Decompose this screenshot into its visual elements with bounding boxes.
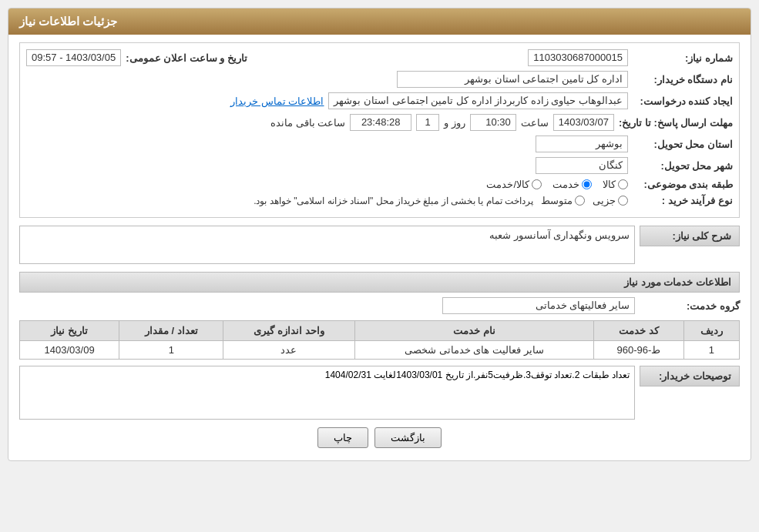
need-number-label: شماره نیاز: bbox=[633, 52, 733, 64]
row-service-group: گروه خدمت: سایر فعالیتهای خدماتی bbox=[19, 297, 740, 314]
city-value: کنگان bbox=[536, 157, 628, 174]
requester-link[interactable]: اطلاعات تماس خریدار bbox=[230, 95, 324, 107]
radio-khedmat-label: خدمت bbox=[552, 179, 579, 190]
radio-jozi-label: جزیی bbox=[593, 195, 616, 206]
service-group-label: گروه خدمت: bbox=[640, 300, 740, 312]
remaining-label: ساعت باقی مانده bbox=[270, 117, 345, 129]
purchase-type-options: جزیی متوسط پرداخت تمام یا بخشی از مبلغ خ… bbox=[254, 195, 628, 206]
radio-kala-label: کالا bbox=[603, 179, 616, 190]
services-section-title: اطلاعات خدمات مورد نیاز bbox=[19, 272, 740, 293]
radio-jozi[interactable]: جزیی bbox=[593, 195, 628, 206]
buyer-description-textarea[interactable] bbox=[19, 366, 635, 420]
radio-motavasset-input[interactable] bbox=[575, 196, 585, 206]
radio-kala-input[interactable] bbox=[618, 179, 628, 189]
print-button[interactable]: چاپ bbox=[317, 427, 368, 448]
purchase-type-label: نوع فرآیند خرید : bbox=[633, 195, 733, 206]
row-province: استان محل تحویل: بوشهر bbox=[26, 136, 733, 152]
requester-value: عبدالوهاب حیاوی زاده کاربرداز اداره کل ت… bbox=[328, 92, 628, 109]
btn-row: بازگشت چاپ bbox=[19, 427, 740, 448]
announce-date-value: 1403/03/05 - 09:57 bbox=[26, 49, 121, 66]
radio-motavasset[interactable]: متوسط bbox=[541, 195, 585, 206]
back-button[interactable]: بازگشت bbox=[374, 427, 442, 448]
radio-kala-khedmat[interactable]: کالا/خدمت bbox=[486, 179, 542, 190]
row-response-deadline: مهلت ارسال پاسخ: تا تاریخ: 1403/03/07 سا… bbox=[26, 114, 733, 131]
col-date: تاریخ نیاز bbox=[20, 321, 119, 341]
row-purchase-type: نوع فرآیند خرید : جزیی متوسط پرداخت تمام… bbox=[26, 195, 733, 206]
announce-date-label: تاریخ و ساعت اعلان عمومی: bbox=[126, 52, 247, 64]
response-clock: 23:48:28 bbox=[350, 114, 411, 131]
services-table: ردیف کد خدمت نام خدمت واحد اندازه گیری ت… bbox=[19, 320, 740, 360]
radio-khedmat[interactable]: خدمت bbox=[552, 179, 592, 190]
need-number-value: 1103030687000015 bbox=[528, 49, 628, 66]
description-value: سرویس ونگهداری آسانسور شعبه bbox=[19, 226, 635, 264]
cell-index: 1 bbox=[683, 341, 739, 360]
category-label: طبقه بندی موضوعی: bbox=[633, 179, 733, 190]
province-value: بوشهر bbox=[536, 136, 628, 152]
row-need-number: شماره نیاز: 1103030687000015 تاریخ و ساع… bbox=[26, 49, 733, 66]
response-time-label: ساعت bbox=[521, 117, 549, 129]
row-category: طبقه بندی موضوعی: کالا خدمت کالا/خدمت bbox=[26, 179, 733, 190]
city-label: شهر محل تحویل: bbox=[633, 160, 733, 172]
col-unit: واحد اندازه گیری bbox=[223, 321, 354, 341]
response-time: 10:30 bbox=[470, 114, 516, 131]
table-header-row: ردیف کد خدمت نام خدمت واحد اندازه گیری ت… bbox=[20, 321, 740, 341]
cell-date: 1403/03/09 bbox=[20, 341, 119, 360]
description-label: شرح کلی نیاز: bbox=[640, 226, 740, 246]
col-index: ردیف bbox=[683, 321, 739, 341]
purchase-type-note: پرداخت تمام یا بخشی از مبلغ خریداز محل "… bbox=[254, 196, 533, 206]
cell-qty: 1 bbox=[119, 341, 223, 360]
card-body: شماره نیاز: 1103030687000015 تاریخ و ساع… bbox=[8, 35, 751, 460]
buyer-description-label: توصیحات خریدار: bbox=[640, 366, 740, 386]
table-row: 1ط-96-960سایر فعالیت های خدماتی شخصیعدد1… bbox=[20, 341, 740, 360]
buyer-org-value: اداره کل تامین اجتماعی استان بوشهر bbox=[397, 71, 628, 88]
card-header: جزئیات اطلاعات نیاز bbox=[8, 8, 751, 35]
radio-motavasset-label: متوسط bbox=[541, 195, 573, 206]
row-city: شهر محل تحویل: کنگان bbox=[26, 157, 733, 174]
radio-khedmat-input[interactable] bbox=[582, 179, 592, 189]
radio-jozi-input[interactable] bbox=[618, 196, 628, 206]
category-radio-group: کالا خدمت کالا/خدمت bbox=[486, 179, 628, 190]
row-buyer-org: نام دستگاه خریدار: اداره کل تامین اجتماع… bbox=[26, 71, 733, 88]
page-container: جزئیات اطلاعات نیاز شماره نیاز: 11030306… bbox=[0, 0, 759, 532]
cell-code: ط-96-960 bbox=[594, 341, 683, 360]
row-requester: ایجاد کننده درخواست: عبدالوهاب حیاوی زاد… bbox=[26, 92, 733, 109]
info-section-top: شماره نیاز: 1103030687000015 تاریخ و ساع… bbox=[19, 42, 740, 218]
cell-unit: عدد bbox=[223, 341, 354, 360]
radio-kala[interactable]: کالا bbox=[603, 179, 628, 190]
row-description: شرح کلی نیاز: سرویس ونگهداری آسانسور شعب… bbox=[19, 226, 740, 264]
response-days: 1 bbox=[416, 114, 439, 131]
col-qty: تعداد / مقدار bbox=[119, 321, 223, 341]
requester-label: ایجاد کننده درخواست: bbox=[633, 95, 733, 107]
page-title: جزئیات اطلاعات نیاز bbox=[19, 15, 117, 28]
response-deadline-label: مهلت ارسال پاسخ: تا تاریخ: bbox=[619, 117, 733, 129]
radio-kala-khedmat-input[interactable] bbox=[532, 179, 542, 189]
buyer-org-label: نام دستگاه خریدار: bbox=[633, 74, 733, 85]
service-group-value: سایر فعالیتهای خدماتی bbox=[442, 297, 635, 314]
col-name: نام خدمت bbox=[354, 321, 594, 341]
main-card: جزئیات اطلاعات نیاز شماره نیاز: 11030306… bbox=[8, 8, 751, 461]
response-days-label: روز و bbox=[444, 117, 465, 129]
col-code: کد خدمت bbox=[594, 321, 683, 341]
response-date: 1403/03/07 bbox=[553, 114, 614, 131]
cell-name: سایر فعالیت های خدماتی شخصی bbox=[354, 341, 594, 360]
province-label: استان محل تحویل: bbox=[633, 139, 733, 150]
row-buyer-description: توصیحات خریدار: bbox=[19, 366, 740, 420]
radio-kala-khedmat-label: کالا/خدمت bbox=[486, 179, 529, 190]
